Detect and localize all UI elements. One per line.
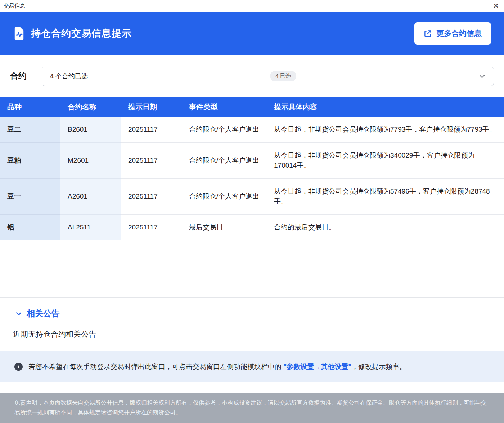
column-header-variety: 品种	[0, 97, 60, 117]
external-link-icon	[424, 29, 432, 38]
detail-cell: 从今日起，非期货公司会员持仓限额为340029手，客户持仓限额为170014手。	[267, 142, 504, 178]
contract-select-value: 4 个合约已选	[50, 72, 88, 81]
window-titlebar: 交易信息 ✕	[0, 0, 504, 12]
contract-cell: M2601	[60, 142, 121, 178]
settings-tip-text: 若您不希望在每次手动登录交易时弹出此窗口，可点击交易窗口左侧功能模块栏中的 "参…	[28, 362, 406, 372]
more-contract-info-button[interactable]: 更多合约信息	[414, 22, 491, 45]
contract-selector-row: 合约 4 个合约已选 4 已选	[0, 55, 504, 97]
date-cell: 20251117	[121, 214, 182, 240]
date-cell: 20251117	[121, 178, 182, 214]
page-header: 持仓合约交易信息提示 更多合约信息	[0, 12, 504, 55]
event-cell: 合约限仓/个人客户退出	[182, 117, 267, 142]
close-icon[interactable]: ✕	[493, 2, 499, 9]
detail-cell: 合约的最后交易日。	[267, 214, 504, 240]
variety-cell: 铝	[0, 214, 60, 240]
no-announcements-text: 近期无持仓合约相关公告	[13, 329, 491, 339]
contract-label: 合约	[10, 70, 27, 82]
contract-cell: AL2511	[60, 214, 121, 240]
column-header-contract: 合约名称	[60, 97, 121, 117]
contract-alerts-table: 品种 合约名称 提示日期 事件类型 提示具体内容 豆二 B2601 202511…	[0, 97, 504, 240]
chevron-down-icon	[478, 73, 486, 80]
info-icon: i	[14, 363, 23, 371]
detail-cell: 从今日起，非期货公司会员持仓限额为57496手，客户持仓限额为28748手。	[267, 178, 504, 214]
contract-select[interactable]: 4 个合约已选 4 已选	[42, 67, 494, 86]
column-header-detail: 提示具体内容	[267, 97, 504, 117]
table-row: 铝 AL2511 20251117 最后交易日 合约的最后交易日。	[0, 214, 504, 240]
document-pulse-icon	[13, 27, 25, 40]
contract-cell: A2601	[60, 178, 121, 214]
section-divider	[0, 240, 504, 298]
column-header-event: 事件类型	[182, 97, 267, 117]
variety-cell: 豆粕	[0, 142, 60, 178]
date-cell: 20251117	[121, 117, 182, 142]
table-header-row: 品种 合约名称 提示日期 事件类型 提示具体内容	[0, 97, 504, 117]
variety-cell: 豆二	[0, 117, 60, 142]
settings-tip-bar: i 若您不希望在每次手动登录交易时弹出此窗口，可点击交易窗口左侧功能模块栏中的 …	[0, 351, 504, 382]
chevron-down-icon	[15, 310, 22, 317]
variety-cell: 豆一	[0, 178, 60, 214]
event-cell: 合约限仓/个人客户退出	[182, 178, 267, 214]
trade-info-window: 交易信息 ✕ 持仓合约交易信息提示 更多合约信息	[0, 0, 504, 423]
detail-cell: 从今日起，非期货公司会员持仓限额为7793手，客户持仓限额为7793手。	[267, 117, 504, 142]
more-contract-info-label: 更多合约信息	[436, 28, 482, 38]
table-row: 豆一 A2601 20251117 合约限仓/个人客户退出 从今日起，非期货公司…	[0, 178, 504, 214]
selected-count-badge: 4 已选	[270, 71, 296, 81]
related-announcements-title: 相关公告	[27, 308, 60, 319]
event-cell: 合约限仓/个人客户退出	[182, 142, 267, 178]
related-announcements-toggle[interactable]: 相关公告	[13, 308, 491, 319]
table-row: 豆粕 M2601 20251117 合约限仓/个人客户退出 从今日起，非期货公司…	[0, 142, 504, 178]
window-title: 交易信息	[4, 3, 25, 9]
related-announcements-section: 相关公告 近期无持仓合约相关公告	[0, 298, 504, 351]
date-cell: 20251117	[121, 142, 182, 178]
disclaimer-text: 免责声明：本页面数据来自交易所公开信息，版权归相关权利方所有，仅供参考，不构成投…	[14, 400, 487, 415]
disclaimer-footer: 免责声明：本页面数据来自交易所公开信息，版权归相关权利方所有，仅供参考，不构成投…	[0, 393, 504, 423]
page-title: 持仓合约交易信息提示	[31, 27, 132, 40]
table-row: 豆二 B2601 20251117 合约限仓/个人客户退出 从今日起，非期货公司…	[0, 117, 504, 142]
contract-cell: B2601	[60, 117, 121, 142]
column-header-date: 提示日期	[121, 97, 182, 117]
event-cell: 最后交易日	[182, 214, 267, 240]
settings-path-highlight: "参数设置→其他设置"	[283, 363, 351, 370]
